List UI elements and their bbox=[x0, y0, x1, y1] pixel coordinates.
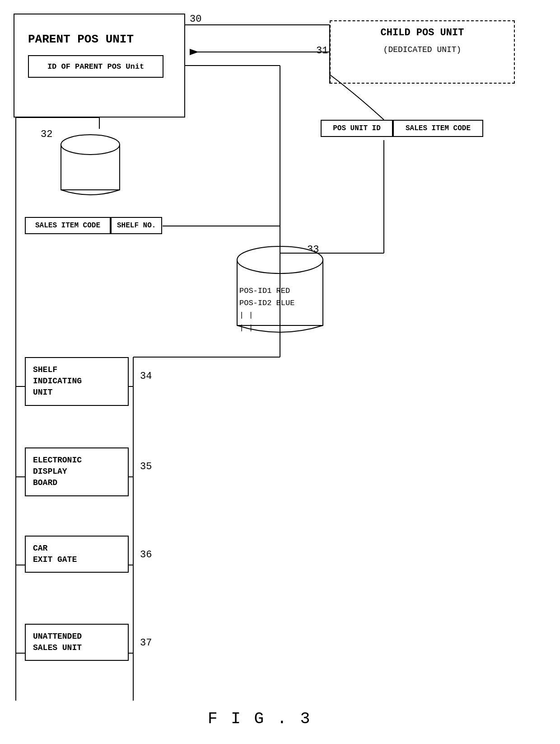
db33-line4: | | bbox=[239, 322, 294, 334]
electronic-display-board-box: ELECTRONICDISPLAYBOARD bbox=[25, 447, 129, 496]
db33-line3: | | bbox=[239, 309, 294, 321]
label-31: 31 bbox=[316, 45, 328, 57]
db32-data-row: SALES ITEM CODE SHELF NO. bbox=[25, 217, 162, 234]
label-30: 30 bbox=[190, 14, 201, 25]
db33-line2: POS-ID2 BLUE bbox=[239, 297, 294, 309]
child-pos-unit-id: POS UNIT ID bbox=[321, 120, 393, 137]
unattended-sales-unit-box: UNATTENDEDSALES UNIT bbox=[25, 624, 129, 661]
db33-content: POS-ID1 RED POS-ID2 BLUE | | | | bbox=[239, 285, 294, 334]
label-37: 37 bbox=[140, 637, 152, 649]
child-sales-item-code: SALES ITEM CODE bbox=[393, 120, 483, 137]
parent-pos-box: PARENT POS UNIT ID OF PARENT POS Unit bbox=[14, 14, 185, 118]
diagram: PARENT POS UNIT ID OF PARENT POS Unit 30… bbox=[0, 0, 560, 744]
db33-line1: POS-ID1 RED bbox=[239, 285, 294, 297]
label-32: 32 bbox=[41, 129, 52, 140]
shelf-indicating-unit-box: SHELFINDICATINGUNIT bbox=[25, 357, 129, 406]
label-34: 34 bbox=[140, 371, 152, 382]
database-32 bbox=[59, 129, 122, 201]
db32-shelf-no: SHELF NO. bbox=[111, 217, 162, 234]
label-36: 36 bbox=[140, 549, 152, 560]
child-pos-title: CHILD POS UNIT bbox=[334, 27, 510, 38]
figure-caption: F I G . 3 bbox=[208, 710, 312, 728]
parent-pos-id-field: ID OF PARENT POS Unit bbox=[28, 55, 163, 78]
child-data-row: POS UNIT ID SALES ITEM CODE bbox=[321, 120, 483, 137]
svg-point-1 bbox=[61, 135, 120, 155]
child-pos-subtitle: (DEDICATED UNIT) bbox=[334, 45, 510, 54]
car-exit-gate-box: CAREXIT GATE bbox=[25, 536, 129, 573]
label-35: 35 bbox=[140, 461, 152, 472]
db32-sales-item-code: SALES ITEM CODE bbox=[25, 217, 111, 234]
parent-pos-title: PARENT POS UNIT bbox=[28, 33, 134, 46]
svg-point-3 bbox=[237, 246, 323, 273]
